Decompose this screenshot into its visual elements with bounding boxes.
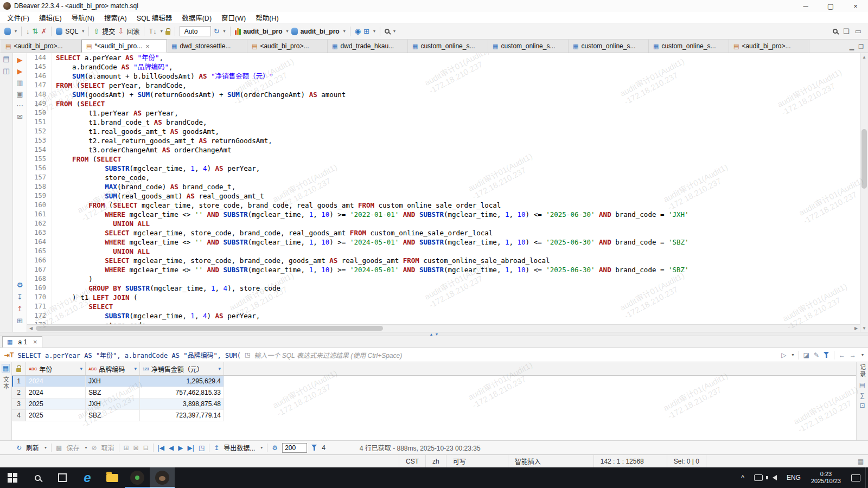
scroll-up-icon[interactable]: ▲	[860, 53, 868, 61]
notification-button[interactable]	[846, 467, 865, 488]
commit-button[interactable]: 提交	[102, 27, 115, 36]
horizontal-scroll-thumb[interactable]	[36, 326, 383, 331]
menu-item-7[interactable]: 帮助(H)	[251, 12, 283, 23]
language-button[interactable]: ENG	[782, 467, 806, 488]
code-line-144[interactable]: 144SELECT a.perYear AS "年份",	[27, 53, 860, 62]
quick-search-icon[interactable]	[833, 29, 838, 34]
filter-funnel-icon[interactable]	[824, 352, 829, 358]
code-line-155[interactable]: 155 FROM (SELECT	[27, 155, 860, 164]
database-dropdown-icon[interactable]: ▾	[343, 29, 346, 34]
filter-back-icon[interactable]: ←	[839, 351, 845, 359]
results-tab[interactable]: ▦ a 1 ×	[2, 336, 42, 348]
sql-menu-label[interactable]: SQL	[65, 28, 78, 35]
cell[interactable]: JXH	[86, 376, 140, 387]
cancel-button[interactable]: 取消	[101, 443, 114, 452]
maximize-button[interactable]: ▢	[818, 0, 843, 12]
taskbar-search-button[interactable]	[25, 467, 50, 488]
menu-item-0[interactable]: 文件(F)	[2, 12, 34, 23]
collapse-down-icon[interactable]: ▼	[435, 332, 439, 336]
dbeaver-taskbar-button[interactable]	[150, 467, 175, 488]
text-view-tab[interactable]: 文本	[2, 376, 10, 390]
execute-sql-icon[interactable]: ▶	[17, 56, 23, 63]
grid-view-icon[interactable]: ▦	[2, 364, 10, 373]
import-file-icon[interactable]: ↥	[17, 305, 23, 312]
code-line-154[interactable]: 154 t3.orderChangeAmt AS orderChangeAmt	[27, 145, 860, 155]
code-line-161[interactable]: 161 WHERE mgclear_time <> '' AND SUBSTR(…	[27, 210, 860, 219]
connection-dropdown-icon[interactable]: ▾	[15, 29, 17, 34]
collapse-up-icon[interactable]: ▲	[430, 332, 433, 336]
cell[interactable]: 2025	[26, 399, 86, 410]
last-page-icon[interactable]: ▶|	[188, 445, 194, 451]
code-line-167[interactable]: 167 WHERE mgclear_time <> '' AND SUBSTR(…	[27, 265, 860, 274]
editor-tab-6[interactable]: ▦custom_online_s...	[488, 40, 569, 53]
abort-icon[interactable]: ✗	[41, 28, 47, 35]
code-line-165[interactable]: 165 UNION ALL	[27, 247, 860, 256]
menu-item-3[interactable]: 搜索(A)	[99, 12, 132, 23]
minimize-editor-icon[interactable]: ▁	[850, 43, 854, 50]
show-desktop-button[interactable]	[865, 467, 868, 488]
column-header-0[interactable]: ABC年份▾	[26, 362, 86, 375]
fetch-size-input[interactable]	[282, 443, 307, 453]
clock[interactable]: 0:23 2025/10/23	[806, 467, 846, 488]
menu-item-2[interactable]: 导航(N)	[67, 12, 99, 23]
refresh-dropdown-icon[interactable]: ▾	[224, 29, 226, 34]
calc-panel-icon[interactable]: ∑	[860, 392, 865, 399]
code-line-170[interactable]: 170 ) t1 LEFT JOIN (	[27, 293, 860, 302]
code-line-158[interactable]: 158 MAX(brand_code) AS brand_code_t,	[27, 182, 860, 191]
more-actions-icon[interactable]: ⋯	[16, 102, 23, 109]
metadata-panel-icon[interactable]: ⊡	[859, 402, 865, 409]
code-line-146[interactable]: 146 SUM(a.amount + b.billGoodsAmt) AS "净…	[27, 72, 860, 81]
sync-icon[interactable]: ⇅	[33, 28, 39, 35]
edit-filter-icon[interactable]: ✎	[814, 351, 819, 359]
scroll-down-icon[interactable]: ▼	[860, 324, 868, 332]
cell[interactable]: 2024	[26, 387, 86, 399]
rollback-icon[interactable]: ⇩	[118, 28, 124, 35]
editor-tab-2[interactable]: ▦dwd_storesettle...	[167, 40, 247, 53]
auto-commit-combo[interactable]: Auto	[180, 26, 211, 36]
transaction-dropdown-icon[interactable]: ▾	[161, 29, 163, 34]
menu-item-1[interactable]: 编辑(E)	[34, 12, 67, 23]
editor-tab-8[interactable]: ▦custom_online_s...	[649, 40, 729, 53]
prev-page-icon[interactable]: ◀	[169, 445, 174, 451]
transaction-mode-icon[interactable]: T↓	[149, 28, 156, 35]
search-dropdown-icon[interactable]: ▾	[393, 29, 395, 34]
explain-plan-icon[interactable]: ▥	[16, 79, 23, 86]
minimize-view-icon[interactable]: ▭	[855, 28, 861, 35]
sql-editor[interactable]: 144SELECT a.perYear AS "年份",145 a.brandC…	[27, 53, 860, 332]
file-explorer-button[interactable]	[100, 467, 125, 488]
code-line-172[interactable]: 172 SUBSTR(mgclear_time, 1, 4) AS perYea…	[27, 311, 860, 320]
cell[interactable]: 3,898,875.48	[140, 399, 224, 410]
menu-item-4[interactable]: SQL 编辑器	[132, 12, 177, 23]
code-line-145[interactable]: 145 a.brandCode AS "品牌编码",	[27, 62, 860, 72]
code-line-162[interactable]: 162 UNION ALL	[27, 219, 860, 228]
horizontal-scrollbar[interactable]: ◀ ▶	[27, 324, 860, 332]
editor-tab-9[interactable]: ▤<audit_bi_pro>...	[729, 40, 809, 53]
cell[interactable]: SBZ	[86, 410, 140, 421]
row-number[interactable]: 1	[12, 376, 26, 387]
maximize-editor-icon[interactable]: ❐	[858, 43, 864, 50]
cell[interactable]: SBZ	[86, 387, 140, 399]
next-page-icon[interactable]: ▶	[178, 445, 183, 451]
code-line-149[interactable]: 149FROM (SELECT	[27, 99, 860, 108]
touch-keyboard-button[interactable]	[749, 467, 768, 488]
editor-tab-5[interactable]: ▦custom_online_s...	[408, 40, 488, 53]
value-panel-icon[interactable]: ▤	[859, 382, 865, 388]
code-line-173[interactable]: 173 store_code,	[27, 320, 860, 324]
scroll-left-icon[interactable]: ◀	[27, 325, 35, 332]
column-sort-dropdown-icon[interactable]: ▾	[218, 366, 221, 371]
code-line-169[interactable]: 169 GROUP BY SUBSTR(mgclear_time, 1, 4),…	[27, 284, 860, 293]
vertical-scroll-thumb[interactable]	[861, 129, 867, 189]
vertical-scrollbar[interactable]: ▲ ▼	[860, 53, 868, 332]
delete-row-icon[interactable]: ⊟	[143, 445, 149, 451]
save-dropdown-icon[interactable]: ▾	[85, 445, 87, 450]
column-sort-dropdown-icon[interactable]: ▾	[134, 366, 137, 371]
commit-icon[interactable]: ⇧	[93, 28, 99, 35]
grid-dropdown-icon[interactable]: ▾	[373, 29, 375, 34]
scroll-right-icon[interactable]: ▶	[852, 325, 860, 332]
code-line-147[interactable]: 147FROM (SELECT perYear, brandCode,	[27, 81, 860, 90]
open-perspective-icon[interactable]: ❏	[843, 28, 850, 35]
execute-script-icon[interactable]: ▶	[17, 68, 23, 75]
compare-icon[interactable]: ◉	[355, 28, 361, 35]
code-line-152[interactable]: 152 t1.real_goods_amt_t AS goodsAmt,	[27, 127, 860, 136]
menu-item-5[interactable]: 数据库(D)	[177, 12, 216, 23]
